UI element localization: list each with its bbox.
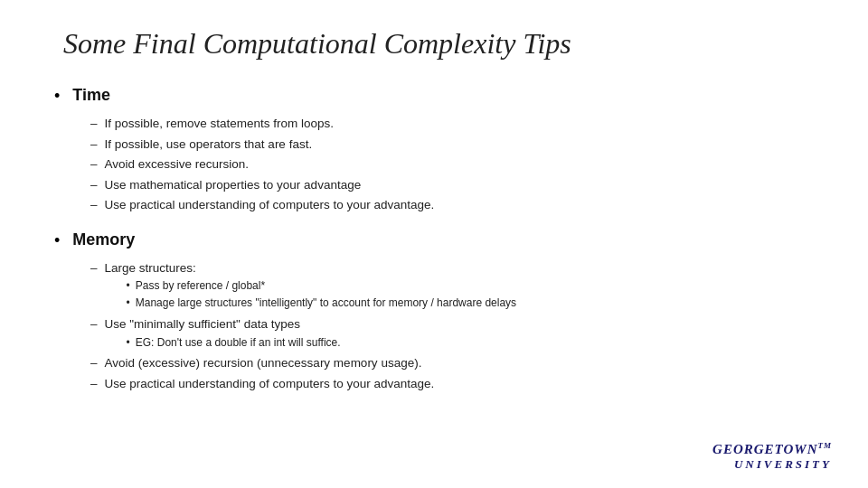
mem-dash-3: –: [90, 354, 98, 372]
dash-3: –: [90, 155, 98, 174]
memory-section: • Memory – Large structures: • Pass by r…: [54, 230, 814, 393]
university-logo: GEORGETOWNTM UNIVERSITY: [712, 441, 832, 472]
dash-2: –: [90, 136, 98, 154]
dash-5: –: [90, 196, 98, 214]
time-bullet-row: • Time: [54, 86, 814, 106]
memory-item-2-text: Use "minimally sufficient" data types: [105, 317, 300, 331]
memory-item-3: – Avoid (excessive) recursion (unnecessa…: [90, 354, 814, 372]
memory-sub-items: – Large structures: • Pass by reference …: [90, 259, 814, 393]
mem-dash-4: –: [90, 375, 98, 393]
minimally-sufficient-sub-1: • EG: Don't use a double if an int will …: [127, 335, 341, 351]
sub-bullet-1: •: [127, 278, 130, 294]
memory-item-3-text: Avoid (excessive) recursion (unnecessary…: [105, 354, 422, 372]
mem-dash-1: –: [90, 259, 98, 277]
logo-university: UNIVERSITY: [712, 457, 832, 472]
large-structures-sub-2: • Manage large structures "intelligently…: [127, 296, 517, 311]
sub-bullet-2: •: [127, 296, 130, 311]
time-label: Time: [72, 86, 110, 105]
dash-1: –: [90, 115, 98, 133]
memory-item-4-text: Use practical understanding of computers…: [105, 375, 435, 393]
memory-item-1-content: Large structures: • Pass by reference / …: [105, 259, 517, 313]
memory-label: Memory: [72, 230, 135, 249]
minimally-sufficient-subitems: • EG: Don't use a double if an int will …: [127, 335, 341, 351]
mem-dash-2: –: [90, 315, 98, 333]
memory-bullet-dot: •: [54, 231, 60, 250]
memory-item-1: – Large structures: • Pass by reference …: [90, 259, 814, 313]
slide-title: Some Final Computational Complexity Tips: [63, 27, 814, 61]
time-item-4-text: Use mathematical properties to your adva…: [105, 176, 362, 194]
time-item-3: – Avoid excessive recursion.: [90, 155, 814, 174]
large-structures-subitems: • Pass by reference / global* • Manage l…: [127, 278, 517, 311]
memory-bullet-row: • Memory: [54, 230, 814, 250]
time-item-3-text: Avoid excessive recursion.: [105, 155, 250, 174]
time-item-5: – Use practical understanding of compute…: [90, 196, 814, 214]
sub-bullet-3: •: [127, 335, 130, 351]
time-item-1: – If possible, remove statements from lo…: [90, 115, 814, 133]
time-sub-items: – If possible, remove statements from lo…: [90, 115, 814, 214]
minimally-sufficient-sub-1-text: EG: Don't use a double if an int will su…: [136, 335, 341, 351]
time-item-1-text: If possible, remove statements from loop…: [105, 115, 335, 133]
time-item-4: – Use mathematical properties to your ad…: [90, 176, 814, 194]
slide: Some Final Computational Complexity Tips…: [0, 0, 868, 488]
large-structures-sub-2-text: Manage large structures "intelligently" …: [136, 296, 516, 311]
large-structures-sub-1: • Pass by reference / global*: [127, 278, 517, 294]
time-bullet-dot: •: [54, 87, 60, 106]
time-section: • Time – If possible, remove statements …: [54, 86, 814, 214]
memory-item-4: – Use practical understanding of compute…: [90, 375, 814, 393]
memory-item-2-content: Use "minimally sufficient" data types • …: [105, 315, 341, 352]
dash-4: –: [90, 176, 98, 194]
logo-georgetown: GEORGETOWNTM: [712, 441, 832, 457]
large-structures-sub-1-text: Pass by reference / global*: [136, 278, 265, 294]
logo-superscript: TM: [818, 441, 833, 450]
time-item-5-text: Use practical understanding of computers…: [105, 196, 435, 214]
time-item-2: – If possible, use operators that are fa…: [90, 136, 814, 154]
memory-item-1-text: Large structures:: [105, 261, 196, 275]
memory-item-2: – Use "minimally sufficient" data types …: [90, 315, 814, 352]
time-item-2-text: If possible, use operators that are fast…: [105, 136, 313, 154]
